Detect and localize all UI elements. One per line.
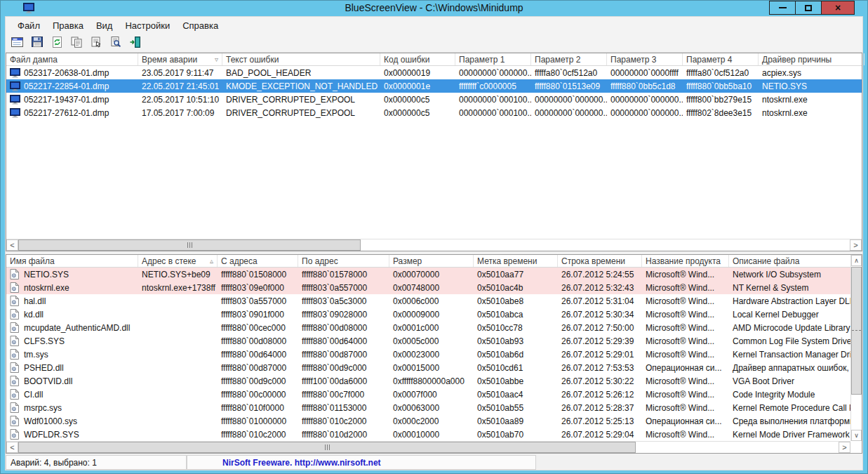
scroll-right-button[interactable]: > [850,239,862,251]
scrollbar-track[interactable] [18,239,850,251]
lower-vertical-scrollbar[interactable]: ∧ ∨ [850,255,862,441]
menu-item-file[interactable]: Файл [11,18,46,33]
menu-item-view[interactable]: Вид [90,18,119,33]
cell: 0x5010cc78 [474,321,558,334]
table-row[interactable]: hal.dllfffff803`0a557000fffff803`0a5c300… [6,294,850,308]
copy-button[interactable] [68,35,85,51]
scroll-left-button[interactable]: < [6,442,18,453]
cell-text: 0x0000001e [384,81,430,91]
table-row[interactable]: mcupdate_AuthenticAMD.dllfffff880`00cec0… [6,321,850,334]
properties-button[interactable] [88,35,105,51]
scroll-left-button[interactable]: < [6,239,18,251]
table-row[interactable]: CI.dllfffff880`00c00000fffff880`00c7f000… [6,388,850,401]
column-header[interactable]: Текст ошибки [222,53,380,65]
cell: KMODE_EXCEPTION_NOT_HANDLED [222,79,380,93]
nirsoft-link[interactable]: NirSoft Freeware. http://www.nirsoft.net [222,458,381,468]
scrollbar-thumb[interactable] [18,239,361,251]
table-row[interactable]: 052317-20638-01.dmp23.05.2017 9:11:47BAD… [6,66,862,79]
cell-text: fffff880`00d87000 [302,350,367,360]
cell: ntoskrnl.exe [6,281,138,294]
cell [138,374,218,388]
column-label: Время аварии [142,55,197,65]
column-header[interactable]: Название продукта [642,255,729,267]
cell: DRIVER_CORRUPTED_EXPOOL [222,106,380,119]
maximize-icon [805,5,812,11]
column-header[interactable]: Адрес в стеке▵ [138,255,218,267]
column-header[interactable]: Параметр 3 [607,53,683,65]
driver-file-icon [10,402,21,413]
column-header[interactable]: Описание файла [729,255,853,267]
column-header[interactable]: Время аварии▿ [138,53,222,65]
cell-text: fffffa80`0cf512a0 [686,68,749,78]
scrollbar-track[interactable] [18,442,839,453]
scrollbar-track[interactable] [851,266,862,430]
column-header[interactable]: Параметр 2 [531,53,607,65]
table-row[interactable]: 052217-22854-01.dmp22.05.2017 21:45:01KM… [6,79,862,93]
table-row[interactable]: 052217-19437-01.dmp22.05.2017 10:51:10DR… [6,93,862,106]
table-row[interactable]: 052217-27612-01.dmp17.05.2017 7:00:09DRI… [6,106,862,119]
table-row[interactable]: Wdf01000.sysfffff880`01000000fffff880`01… [6,414,850,428]
column-header[interactable]: Метка времени [474,255,558,267]
cell-text: fffff803`09e0f000 [221,283,284,293]
menu-item-options[interactable]: Настройки [119,18,176,33]
save-button[interactable] [29,35,46,51]
column-header[interactable]: Строка времени [558,255,642,267]
cell: fffff800`bb279e15 [683,93,759,106]
scrollbar-thumb[interactable] [18,442,636,453]
cell-text: Wdf01000.sys [24,416,77,426]
cell-text: 0x5010ab93 [477,336,523,346]
cell: fffff803`09028000 [298,308,389,321]
table-row[interactable]: PSHED.dllfffff880`00d87000fffff880`00d9c… [6,361,850,374]
cell: Local Kernel Debugger [729,308,850,321]
table-row[interactable]: kd.dllfffff803`0901f000fffff803`09028000… [6,308,850,321]
scroll-right-button[interactable]: > [839,442,850,453]
cell-text: fffff880`00d08000 [302,323,367,333]
scroll-up-button[interactable]: ∧ [851,255,862,266]
table-row[interactable]: tm.sysfffff880`00d64000fffff880`00d87000… [6,348,850,361]
refresh-button[interactable] [48,35,65,51]
cell: Microsoft® Wind... [642,321,729,334]
find-button[interactable] [107,35,124,51]
column-label: Текст ошибки [226,55,279,65]
column-header[interactable]: Параметр 4 [683,53,759,65]
scrollbar-thumb[interactable] [851,267,862,395]
scroll-down-button[interactable]: ∨ [851,430,862,441]
column-header[interactable]: Размер [389,255,474,267]
menu-item-help[interactable]: Справка [176,18,225,33]
column-header[interactable]: Код ошибки [380,53,455,65]
menu-item-edit[interactable]: Правка [46,18,90,33]
table-row[interactable]: ntoskrnl.exentoskrnl.exe+1738fffffff803`… [6,281,850,294]
upper-horizontal-scrollbar[interactable]: < > [6,239,862,251]
cell-text: 00000000`000000... [459,68,531,78]
table-row[interactable]: BOOTVID.dllfffff880`00d9c000fffff100`00d… [6,374,850,388]
lower-horizontal-scrollbar[interactable]: < > [6,441,850,453]
cell: 23.05.2017 9:11:47 [138,66,222,79]
column-header[interactable]: Параметр 1 [455,53,531,65]
cell: NETIO.SYS+be09 [138,268,218,281]
cell: 26.07.2012 5:25:13 [558,414,642,428]
table-row[interactable]: CLFS.SYSfffff880`00d08000fffff880`00d640… [6,334,850,348]
cell-text: fffff100`00da6000 [302,376,367,386]
cell-text: DRIVER_CORRUPTED_EXPOOL [226,95,355,105]
column-header[interactable]: По адрес [298,255,389,267]
cell: Microsoft® Wind... [642,268,729,281]
column-header[interactable]: С адреса [218,255,298,267]
cell-text: fffff880`01000000 [221,416,286,426]
column-header[interactable]: Имя файла [6,255,138,267]
column-header[interactable]: Файл дампа [6,53,138,65]
minimize-button[interactable] [769,1,796,15]
table-row[interactable]: WDFLDR.SYSfffff880`010c2000fffff880`010d… [6,428,850,441]
advanced-options-button[interactable] [9,35,26,51]
close-button[interactable]: × [821,1,855,15]
cell: fffff880`0bb5ba10 [683,79,759,93]
table-row[interactable]: NETIO.SYSNETIO.SYS+be09fffff880`01508000… [6,268,850,281]
cell: fffff880`00c7f000 [298,388,389,401]
maximize-button[interactable] [795,1,822,15]
cell-text: 052217-27612-01.dmp [24,108,109,118]
title-bar[interactable]: BlueScreenView - C:\Windows\Minidump × [1,1,867,16]
column-header[interactable]: Драйвер причины [759,53,864,65]
exit-button[interactable] [127,35,144,51]
table-row[interactable]: msrpc.sysfffff880`010f0000fffff880`01153… [6,401,850,414]
cell: fffff880`010f0000 [218,401,298,414]
cell: 00000000`000000... [607,93,683,106]
